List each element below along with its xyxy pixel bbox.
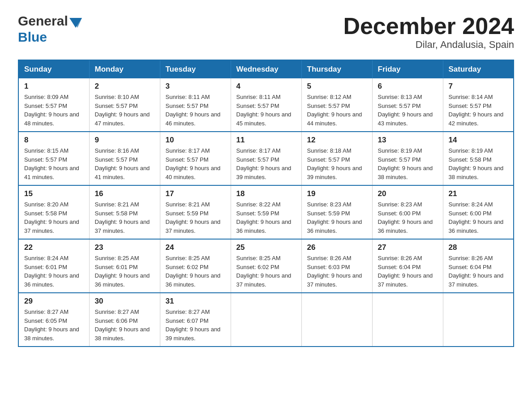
calendar-cell: 11Sunrise: 8:17 AMSunset: 5:57 PMDayligh… (231, 132, 301, 185)
day-info: Sunrise: 8:23 AMSunset: 5:59 PMDaylight:… (307, 200, 367, 235)
col-header-friday: Friday (372, 60, 443, 78)
day-number: 31 (166, 297, 225, 306)
day-number: 1 (24, 82, 84, 91)
day-info: Sunrise: 8:25 AMSunset: 6:01 PMDaylight:… (95, 254, 154, 289)
day-number: 29 (24, 297, 84, 306)
calendar-week-row: 29Sunrise: 8:27 AMSunset: 6:05 PMDayligh… (18, 293, 514, 347)
calendar-cell: 14Sunrise: 8:19 AMSunset: 5:58 PMDayligh… (443, 132, 514, 185)
calendar-cell: 6Sunrise: 8:13 AMSunset: 5:57 PMDaylight… (372, 78, 443, 132)
day-info: Sunrise: 8:25 AMSunset: 6:02 PMDaylight:… (236, 254, 296, 289)
logo-general-text: General (18, 13, 68, 28)
calendar-cell: 18Sunrise: 8:22 AMSunset: 5:59 PMDayligh… (231, 185, 301, 239)
day-info: Sunrise: 8:09 AMSunset: 5:57 PMDaylight:… (24, 93, 84, 128)
day-info: Sunrise: 8:24 AMSunset: 6:01 PMDaylight:… (24, 254, 84, 289)
day-number: 28 (449, 243, 508, 252)
day-number: 19 (307, 189, 367, 198)
calendar-cell: 22Sunrise: 8:24 AMSunset: 6:01 PMDayligh… (18, 239, 89, 293)
day-info: Sunrise: 8:26 AMSunset: 6:04 PMDaylight:… (378, 254, 438, 289)
day-info: Sunrise: 8:25 AMSunset: 6:02 PMDaylight:… (166, 254, 225, 289)
calendar-cell: 26Sunrise: 8:26 AMSunset: 6:03 PMDayligh… (301, 239, 372, 293)
calendar-cell: 25Sunrise: 8:25 AMSunset: 6:02 PMDayligh… (231, 239, 301, 293)
calendar-cell: 30Sunrise: 8:27 AMSunset: 6:06 PMDayligh… (89, 293, 160, 347)
day-info: Sunrise: 8:19 AMSunset: 5:57 PMDaylight:… (378, 146, 438, 181)
day-info: Sunrise: 8:23 AMSunset: 6:00 PMDaylight:… (378, 200, 438, 235)
calendar-cell: 5Sunrise: 8:12 AMSunset: 5:57 PMDaylight… (301, 78, 372, 132)
day-info: Sunrise: 8:17 AMSunset: 5:57 PMDaylight:… (236, 146, 296, 181)
day-info: Sunrise: 8:15 AMSunset: 5:57 PMDaylight:… (24, 146, 84, 181)
page-header: General Blue December 2024 Dilar, Andalu… (18, 13, 514, 51)
day-number: 13 (378, 136, 438, 145)
calendar-cell: 24Sunrise: 8:25 AMSunset: 6:02 PMDayligh… (160, 239, 231, 293)
day-number: 10 (166, 136, 225, 145)
calendar-week-row: 22Sunrise: 8:24 AMSunset: 6:01 PMDayligh… (18, 239, 514, 293)
title-section: December 2024 Dilar, Andalusia, Spain (343, 13, 514, 51)
calendar-cell: 17Sunrise: 8:21 AMSunset: 5:59 PMDayligh… (160, 185, 231, 239)
col-header-thursday: Thursday (301, 60, 372, 78)
day-info: Sunrise: 8:19 AMSunset: 5:58 PMDaylight:… (449, 146, 508, 181)
calendar-week-row: 8Sunrise: 8:15 AMSunset: 5:57 PMDaylight… (18, 132, 514, 185)
calendar-cell: 3Sunrise: 8:11 AMSunset: 5:57 PMDaylight… (160, 78, 231, 132)
day-number: 26 (307, 243, 367, 252)
logo-blue-text: Blue (18, 30, 47, 44)
location-subtitle: Dilar, Andalusia, Spain (343, 39, 514, 51)
calendar-cell (231, 293, 301, 347)
day-number: 30 (95, 297, 154, 306)
day-info: Sunrise: 8:26 AMSunset: 6:04 PMDaylight:… (449, 254, 508, 289)
calendar-cell: 21Sunrise: 8:24 AMSunset: 6:00 PMDayligh… (443, 185, 514, 239)
col-header-monday: Monday (89, 60, 160, 78)
day-number: 5 (307, 82, 367, 91)
calendar-header-row: SundayMondayTuesdayWednesdayThursdayFrid… (18, 60, 514, 78)
day-number: 3 (166, 82, 225, 91)
day-number: 2 (95, 82, 154, 91)
day-info: Sunrise: 8:14 AMSunset: 5:57 PMDaylight:… (449, 93, 508, 128)
calendar-cell (443, 293, 514, 347)
day-info: Sunrise: 8:11 AMSunset: 5:57 PMDaylight:… (166, 93, 225, 128)
day-info: Sunrise: 8:27 AMSunset: 6:06 PMDaylight:… (95, 308, 154, 342)
col-header-saturday: Saturday (443, 60, 514, 78)
day-info: Sunrise: 8:10 AMSunset: 5:57 PMDaylight:… (95, 93, 154, 128)
calendar-cell: 2Sunrise: 8:10 AMSunset: 5:57 PMDaylight… (89, 78, 160, 132)
calendar-cell: 10Sunrise: 8:17 AMSunset: 5:57 PMDayligh… (160, 132, 231, 185)
day-number: 6 (378, 82, 438, 91)
month-title: December 2024 (343, 13, 514, 39)
day-number: 14 (449, 136, 508, 145)
day-number: 16 (95, 189, 154, 198)
calendar-cell: 9Sunrise: 8:16 AMSunset: 5:57 PMDaylight… (89, 132, 160, 185)
day-number: 12 (307, 136, 367, 145)
day-info: Sunrise: 8:21 AMSunset: 5:58 PMDaylight:… (95, 200, 154, 235)
calendar-cell: 29Sunrise: 8:27 AMSunset: 6:05 PMDayligh… (18, 293, 89, 347)
day-number: 18 (236, 189, 296, 198)
day-number: 15 (24, 189, 84, 198)
calendar-cell: 20Sunrise: 8:23 AMSunset: 6:00 PMDayligh… (372, 185, 443, 239)
day-info: Sunrise: 8:16 AMSunset: 5:57 PMDaylight:… (95, 146, 154, 181)
day-info: Sunrise: 8:22 AMSunset: 5:59 PMDaylight:… (236, 200, 296, 235)
day-number: 22 (24, 243, 84, 252)
calendar-cell: 16Sunrise: 8:21 AMSunset: 5:58 PMDayligh… (89, 185, 160, 239)
calendar-cell: 7Sunrise: 8:14 AMSunset: 5:57 PMDaylight… (443, 78, 514, 132)
calendar-cell: 19Sunrise: 8:23 AMSunset: 5:59 PMDayligh… (301, 185, 372, 239)
calendar-cell: 13Sunrise: 8:19 AMSunset: 5:57 PMDayligh… (372, 132, 443, 185)
day-info: Sunrise: 8:27 AMSunset: 6:05 PMDaylight:… (24, 308, 84, 342)
calendar-cell: 8Sunrise: 8:15 AMSunset: 5:57 PMDaylight… (18, 132, 89, 185)
day-number: 21 (449, 189, 508, 198)
calendar-cell (301, 293, 372, 347)
logo-arrow-icon (69, 18, 82, 30)
day-number: 20 (378, 189, 438, 198)
calendar-cell: 4Sunrise: 8:11 AMSunset: 5:57 PMDaylight… (231, 78, 301, 132)
day-info: Sunrise: 8:11 AMSunset: 5:57 PMDaylight:… (236, 93, 296, 128)
day-number: 25 (236, 243, 296, 252)
calendar-cell: 23Sunrise: 8:25 AMSunset: 6:01 PMDayligh… (89, 239, 160, 293)
day-number: 17 (166, 189, 225, 198)
day-info: Sunrise: 8:17 AMSunset: 5:57 PMDaylight:… (166, 146, 225, 181)
logo: General Blue (18, 13, 82, 44)
calendar-cell: 27Sunrise: 8:26 AMSunset: 6:04 PMDayligh… (372, 239, 443, 293)
day-number: 23 (95, 243, 154, 252)
calendar-cell: 15Sunrise: 8:20 AMSunset: 5:58 PMDayligh… (18, 185, 89, 239)
day-number: 7 (449, 82, 508, 91)
calendar-cell: 12Sunrise: 8:18 AMSunset: 5:57 PMDayligh… (301, 132, 372, 185)
day-info: Sunrise: 8:27 AMSunset: 6:07 PMDaylight:… (166, 308, 225, 342)
col-header-sunday: Sunday (18, 60, 89, 78)
day-number: 27 (378, 243, 438, 252)
calendar-cell: 31Sunrise: 8:27 AMSunset: 6:07 PMDayligh… (160, 293, 231, 347)
day-info: Sunrise: 8:20 AMSunset: 5:58 PMDaylight:… (24, 200, 84, 235)
